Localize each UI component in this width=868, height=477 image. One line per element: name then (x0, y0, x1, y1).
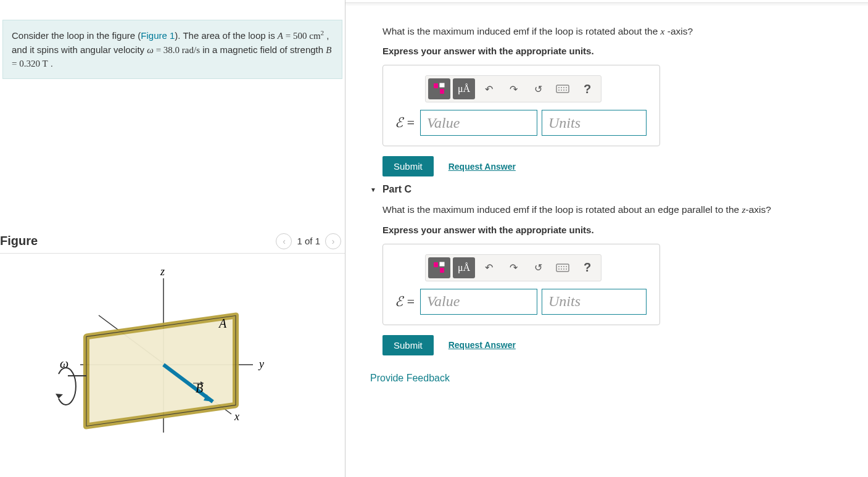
svg-rect-26 (556, 264, 569, 272)
units-input[interactable] (542, 289, 647, 315)
instruction: Express your answer with the appropriate… (382, 46, 856, 56)
keyboard-icon[interactable] (552, 257, 574, 278)
request-answer-link[interactable]: Request Answer (448, 340, 516, 350)
svg-rect-23 (434, 262, 438, 267)
reset-icon[interactable]: ↺ (527, 78, 549, 99)
redo-icon[interactable]: ↷ (502, 257, 524, 278)
svg-rect-19 (440, 89, 444, 94)
answer-box: μÅ ↶ ↷ ↺ ? ℰ = (382, 244, 660, 325)
svg-text:z: z (160, 266, 165, 278)
svg-rect-18 (440, 83, 444, 87)
undo-icon[interactable]: ↶ (477, 78, 500, 99)
part-title: Part C (382, 184, 411, 195)
svg-text:A: A (218, 317, 227, 330)
svg-text:x: x (234, 410, 239, 423)
problem-statement: Consider the loop in the figure (Figure … (2, 20, 342, 79)
figure-next-button[interactable]: › (325, 233, 341, 249)
figure-nav-text: 1 of 1 (297, 236, 320, 246)
figure-diagram: z x y A B ω (0, 254, 345, 459)
submit-button[interactable]: Submit (382, 335, 434, 355)
request-answer-link[interactable]: Request Answer (448, 162, 516, 172)
figure-link[interactable]: Figure 1 (141, 30, 175, 41)
value-input[interactable] (420, 289, 537, 315)
templates-icon[interactable] (428, 257, 450, 278)
reset-icon[interactable]: ↺ (527, 257, 549, 278)
svg-rect-25 (440, 268, 444, 273)
svg-text:y: y (258, 358, 264, 370)
svg-rect-17 (434, 83, 438, 88)
svg-marker-6 (86, 315, 236, 426)
variable-label: ℰ = (393, 294, 415, 310)
toolbar: μÅ ↶ ↷ ↺ ? (425, 75, 601, 102)
help-icon[interactable]: ? (576, 257, 598, 278)
instruction: Express your answer with the appropriate… (382, 225, 856, 235)
collapse-caret-icon[interactable]: ▼ (370, 186, 376, 193)
figure-prev-button[interactable]: ‹ (276, 233, 292, 249)
redo-icon[interactable]: ↷ (502, 78, 524, 99)
toolbar: μÅ ↶ ↷ ↺ ? (425, 254, 601, 281)
figure-heading: Figure (0, 234, 38, 248)
answer-box: μÅ ↶ ↷ ↺ ? ℰ = (382, 65, 660, 146)
provide-feedback-link[interactable]: Provide Feedback (370, 373, 856, 384)
help-icon[interactable]: ? (576, 78, 598, 99)
keyboard-icon[interactable] (552, 78, 574, 99)
svg-rect-24 (440, 262, 444, 266)
submit-button[interactable]: Submit (382, 156, 434, 176)
question-text: What is the maximum induced emf if the l… (382, 202, 856, 217)
templates-icon[interactable] (428, 78, 450, 99)
undo-icon[interactable]: ↶ (477, 257, 500, 278)
value-input[interactable] (420, 110, 537, 136)
units-button[interactable]: μÅ (453, 257, 475, 278)
svg-marker-15 (56, 394, 63, 399)
units-input[interactable] (542, 110, 647, 136)
units-button[interactable]: μÅ (453, 78, 475, 99)
svg-rect-20 (556, 85, 569, 93)
question-text: What is the maximum induced emf if the l… (382, 24, 856, 38)
variable-label: ℰ = (393, 115, 415, 131)
